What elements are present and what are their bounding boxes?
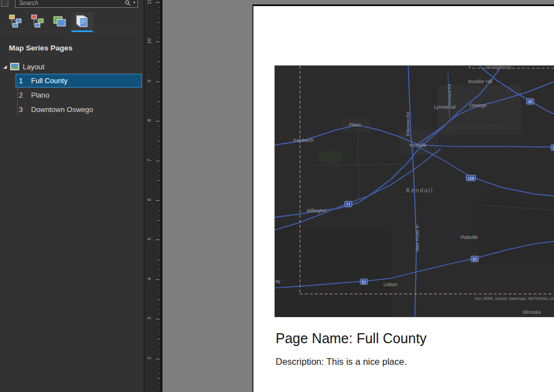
page-number: 1 — [16, 77, 27, 85]
ruler-number: 7 — [146, 156, 152, 164]
arcgis-pro-window: ▾ — [0, 0, 554, 392]
map-place-label: Plano — [349, 122, 361, 128]
map-attribution: Esri, HERE, Garmin, SafeGraph, METI/NASA… — [475, 297, 554, 301]
page-title-text[interactable]: Page Name: Full County — [276, 330, 426, 347]
map-place-label: Minooka — [523, 309, 541, 315]
page-label: Downtown Oswego — [31, 105, 93, 114]
map-series-page-row-downtown-oswego[interactable]: 3 Downtown Oswego — [16, 103, 142, 116]
route-shield: 52 — [471, 256, 479, 262]
ruler-number: 8 — [146, 116, 152, 124]
route-shield: 30 — [526, 99, 534, 105]
layout-icon — [10, 63, 19, 70]
page-number: 2 — [16, 91, 27, 99]
map-series-page-row-plano[interactable]: 2 Plano — [16, 88, 142, 102]
map-place-label: ay — [276, 278, 281, 284]
contents-tab-bar — [0, 12, 144, 32]
ruler-number: 9 — [146, 77, 152, 85]
map-frame[interactable]: MontgomeryBoulder HillOswegoLynnwoodOrch… — [275, 65, 554, 317]
ruler-number: 5 — [146, 235, 152, 243]
page-number: 3 — [16, 105, 27, 114]
map-place-label: State Route 47 — [415, 224, 420, 252]
route-shield: 126 — [466, 175, 476, 181]
route-shield: 34 — [551, 145, 554, 151]
layout-canvas[interactable]: MontgomeryBoulder HillOswegoLynnwoodOrch… — [162, 0, 554, 392]
map-place-label: Kendall — [406, 187, 433, 194]
tree-root-label: Layout — [23, 63, 44, 71]
tree-item-layout[interactable]: ◢ Layout — [0, 60, 144, 73]
pane-top-row: ▾ — [0, 0, 144, 10]
page-description-text[interactable]: Description: This is a nice place. — [276, 357, 406, 367]
page-label: Full County — [31, 77, 68, 85]
search-box[interactable]: ▾ — [15, 0, 138, 8]
page-label: Plano — [31, 91, 49, 99]
map-place-label: Lynnwood — [434, 104, 455, 110]
map-place-label: Plattville — [460, 235, 478, 240]
ruler-number: 11 — [146, 0, 152, 6]
layout-page: MontgomeryBoulder HillOswegoLynnwoodOrch… — [252, 4, 554, 392]
source-icon — [31, 14, 45, 30]
pane-section-title: Map Series Pages — [9, 44, 73, 52]
map-series-tree: ◢ Layout 1 Full County 2 Plano — [0, 60, 144, 117]
map-place-label: Oswego — [469, 103, 486, 108]
tab-list-map-series-pages[interactable] — [71, 12, 93, 32]
tab-list-by-selection[interactable] — [49, 12, 71, 32]
map-series-pages-icon — [75, 14, 89, 30]
ruler-number: 3 — [146, 314, 152, 322]
expander-icon[interactable]: ◢ — [1, 64, 9, 69]
drawing-order-icon — [8, 14, 23, 30]
ruler-number: 6 — [146, 196, 152, 203]
map-place-label: Yorkville — [409, 142, 426, 148]
selection-icon — [53, 14, 67, 30]
route-shield: 52 — [360, 279, 368, 285]
map-place-label: Sandwich — [293, 138, 314, 143]
map-place-label: Orchard Rd — [447, 84, 452, 106]
map-series-page-row-full-county[interactable]: 1 Full County — [16, 74, 142, 88]
search-options-chevron-icon[interactable]: ▾ — [133, 1, 135, 5]
tab-list-by-drawing-order[interactable] — [4, 12, 27, 32]
search-icon[interactable] — [125, 0, 131, 6]
pane-pin-icon[interactable] — [1, 0, 8, 7]
map-place-label: Lisbon — [383, 282, 397, 287]
map-place-label: Boulder Hill — [468, 79, 492, 84]
vertical-ruler: 111098765432 — [144, 0, 160, 392]
contents-pane: ▾ — [0, 0, 144, 392]
ruler-number: 10 — [146, 37, 152, 45]
search-input[interactable] — [18, 0, 124, 7]
route-shield: 71 — [344, 201, 352, 207]
map-place-label: Eldamain Rd — [405, 113, 410, 136]
tab-list-by-source[interactable] — [27, 12, 49, 32]
ruler-number: 2 — [146, 354, 152, 362]
map-place-label: Millington — [307, 208, 327, 213]
ruler-number: 4 — [146, 275, 152, 283]
map-labels: MontgomeryBoulder HillOswegoLynnwoodOrch… — [275, 66, 554, 317]
map-place-label: Montgomery — [485, 65, 511, 70]
